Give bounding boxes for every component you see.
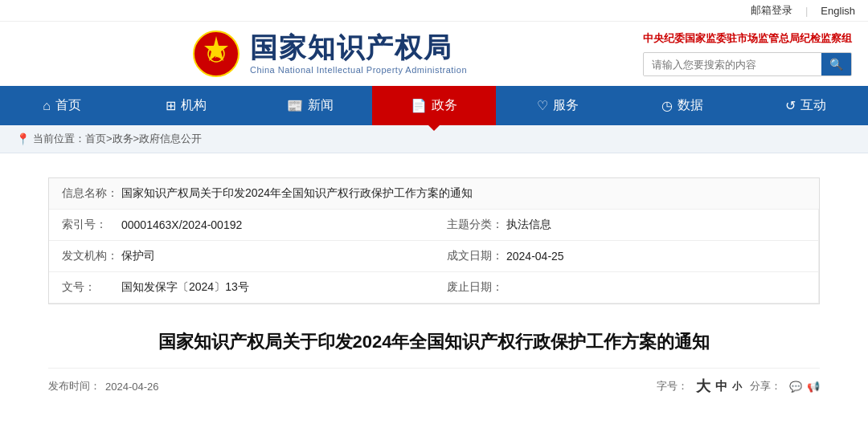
nav-service[interactable]: ♡ 服务 (496, 86, 620, 125)
logo-text-area: 国家知识产权局 China National Intellectual Prop… (250, 33, 467, 74)
info-name-label: 信息名称： (62, 186, 118, 201)
info-date-cell: 成文日期： 2024-04-25 (434, 241, 819, 272)
nav-data-label: 数据 (678, 97, 703, 114)
logo-area: ★ 国家知识产权局 China National Intellectual Pr… (192, 30, 467, 78)
content-wrapper: 信息名称： 国家知识产权局关于印发2024年全国知识产权行政保护工作方案的通知 … (0, 153, 868, 412)
logo-title-cn: 国家知识产权局 (250, 33, 467, 63)
share-icons: 💬 📢 (789, 381, 820, 393)
nav-news[interactable]: 📰 新闻 (248, 86, 372, 125)
info-topic-value: 执法信息 (506, 218, 805, 232)
breadcrumb-icon: 📍 (16, 132, 30, 145)
info-index-label: 索引号： (62, 218, 118, 232)
info-issuer-cell: 发文机构： 保护司 (49, 241, 434, 272)
info-date-label: 成文日期： (447, 249, 503, 263)
info-expire-cell: 废止日期： (434, 272, 819, 304)
mailbox-link[interactable]: 邮箱登录 (751, 3, 792, 18)
publish-date-label: 发布时间： (48, 379, 100, 393)
article-meta-left: 发布时间： 2024-04-26 (48, 379, 159, 393)
weibo-share-icon[interactable]: 📢 (807, 381, 820, 393)
top-bar: 邮箱登录 | English (0, 0, 868, 22)
nav-news-label: 新闻 (308, 97, 334, 114)
publish-date-value: 2024-04-26 (105, 381, 159, 393)
info-issuer-label: 发文机构： (62, 249, 118, 263)
info-issuer-value: 保护司 (121, 249, 421, 263)
header: ★ 国家知识产权局 China National Intellectual Pr… (0, 22, 868, 86)
info-topic-cell: 主题分类： 执法信息 (434, 210, 819, 241)
font-small-button[interactable]: 小 (732, 380, 742, 393)
article-info-grid: 信息名称： 国家知识产权局关于印发2024年全国知识产权行政保护工作方案的通知 … (48, 177, 820, 304)
info-name-row: 信息名称： 国家知识产权局关于印发2024年全国知识产权行政保护工作方案的通知 (49, 178, 819, 210)
info-expire-label: 废止日期： (447, 280, 503, 295)
top-bar-divider: | (805, 5, 808, 17)
logo-emblem: ★ (192, 30, 240, 78)
info-doc-label: 文号： (62, 280, 118, 295)
nav-service-label: 服务 (553, 97, 579, 114)
nav-interact[interactable]: ↺ 互动 (744, 86, 868, 125)
info-doc-value: 国知发保字〔2024〕13号 (121, 280, 421, 295)
search-input[interactable] (644, 54, 821, 75)
nav-gov-label: 政务 (432, 97, 457, 114)
font-size-buttons: 大 中 小 (696, 377, 742, 396)
nav-gov[interactable]: 📄 政务 (372, 86, 496, 125)
font-label: 字号： (657, 379, 688, 393)
search-box: 🔍 (643, 52, 852, 76)
font-large-button[interactable]: 大 (696, 377, 710, 396)
info-index-value: 00001463X/2024-00192 (121, 218, 421, 231)
info-date-value: 2024-04-25 (506, 250, 805, 263)
notice-link[interactable]: 中央纪委国家监委驻市场监管总局纪检监察组 (643, 31, 852, 46)
article-meta-right: 字号： 大 中 小 分享： 💬 📢 (657, 377, 820, 396)
nav-org-label: 机构 (181, 97, 207, 114)
article-title: 国家知识产权局关于印发2024年全国知识产权行政保护工作方案的通知 (48, 328, 820, 355)
wechat-share-icon[interactable]: 💬 (789, 381, 802, 393)
org-icon: ⊞ (166, 98, 176, 113)
nav-org[interactable]: ⊞ 机构 (124, 86, 248, 125)
logo-title-en: China National Intellectual Property Adm… (250, 65, 467, 75)
svg-text:★: ★ (213, 52, 219, 59)
search-button[interactable]: 🔍 (821, 53, 851, 75)
info-index-cell: 索引号： 00001463X/2024-00192 (49, 210, 434, 241)
main-nav: ⌂ 首页 ⊞ 机构 📰 新闻 📄 政务 ♡ 服务 ◷ 数据 ↺ 互动 (0, 86, 868, 125)
info-doc-cell: 文号： 国知发保字〔2024〕13号 (49, 272, 434, 304)
font-medium-button[interactable]: 中 (715, 379, 727, 394)
home-icon: ⌂ (43, 99, 51, 113)
nav-home[interactable]: ⌂ 首页 (0, 86, 124, 125)
share-label: 分享： (750, 379, 781, 393)
info-topic-label: 主题分类： (447, 218, 503, 232)
interact-icon: ↺ (785, 98, 796, 113)
breadcrumb-text: 当前位置：首页>政务>政府信息公开 (33, 132, 202, 146)
article-meta: 发布时间： 2024-04-26 字号： 大 中 小 分享： 💬 📢 (48, 368, 820, 396)
nav-data[interactable]: ◷ 数据 (620, 86, 743, 125)
nav-interact-label: 互动 (800, 97, 826, 114)
gov-icon: 📄 (411, 98, 427, 113)
service-icon: ♡ (537, 98, 548, 113)
nav-home-label: 首页 (55, 97, 81, 114)
news-icon: 📰 (287, 98, 303, 113)
data-icon: ◷ (661, 98, 673, 113)
top-bar-links: 邮箱登录 | English (751, 3, 855, 18)
english-link[interactable]: English (821, 5, 855, 17)
header-right: 中央纪委国家监委驻市场监管总局纪检监察组 🔍 (643, 31, 852, 76)
info-name-value: 国家知识产权局关于印发2024年全国知识产权行政保护工作方案的通知 (121, 186, 806, 201)
